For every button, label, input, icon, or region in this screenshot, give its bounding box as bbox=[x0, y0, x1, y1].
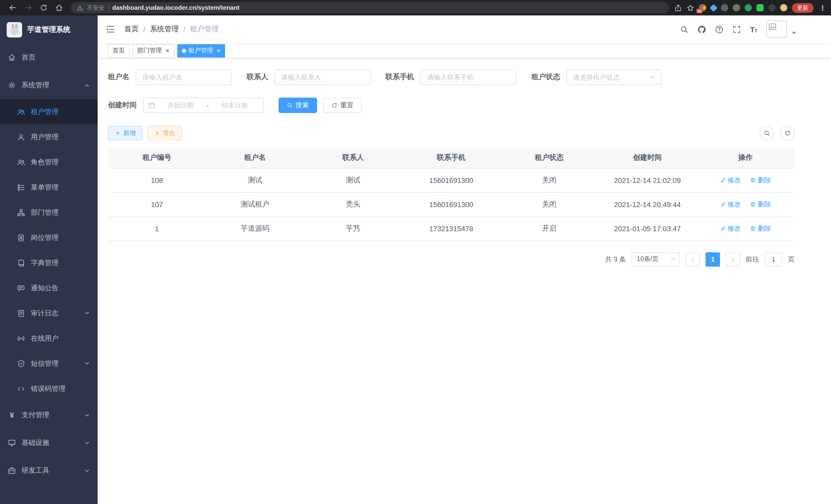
url-text[interactable]: dashboard.yudao.iocoder.cn/system/tenant bbox=[112, 4, 239, 11]
cell-actions: 修改 删除 bbox=[696, 216, 795, 240]
breadcrumb-separator: / bbox=[183, 25, 185, 33]
column-contact: 联系人 bbox=[304, 147, 402, 168]
sidebar-item-home[interactable]: 首页 bbox=[0, 44, 98, 71]
app-logo[interactable]: 芋道管理系统 bbox=[0, 16, 98, 44]
sidebar-item-online-user[interactable]: 在线用户 bbox=[0, 326, 98, 351]
sidebar-collapse-icon[interactable] bbox=[106, 25, 115, 34]
fullscreen-icon[interactable] bbox=[733, 25, 741, 34]
sidebar-item-user[interactable]: 用户管理 bbox=[0, 124, 98, 149]
sidebar-item-post[interactable]: 岗位管理 bbox=[0, 225, 98, 250]
cell-contact: 秃头 bbox=[304, 192, 402, 216]
tab-home[interactable]: 首页 bbox=[108, 44, 130, 57]
browser-menu-icon[interactable]: ⋮ bbox=[819, 4, 826, 11]
date-end-input[interactable] bbox=[211, 102, 258, 109]
extension-icon-olive[interactable] bbox=[733, 4, 740, 11]
chevron-right-icon bbox=[730, 256, 736, 262]
sidebar-item-notice[interactable]: 通知公告 bbox=[0, 275, 98, 301]
contact-input[interactable] bbox=[275, 73, 370, 81]
breadcrumb-home[interactable]: 首页 bbox=[124, 25, 139, 34]
toggle-search-button[interactable] bbox=[760, 126, 774, 140]
sidebar-item-tenant[interactable]: 租户管理 bbox=[0, 99, 98, 124]
header-actions: TT bbox=[680, 21, 796, 38]
sidebar-item-error-code[interactable]: 错误码管理 bbox=[0, 376, 98, 401]
bookmark-star-icon[interactable] bbox=[687, 4, 694, 11]
export-button[interactable]: 导出 bbox=[147, 126, 182, 140]
sidebar-group-audit-log[interactable]: 审计日志 bbox=[0, 301, 98, 326]
extension-icon-tan[interactable] bbox=[780, 4, 787, 11]
edit-button[interactable]: 修改 bbox=[720, 224, 741, 233]
font-size-icon[interactable]: TT bbox=[750, 25, 757, 33]
back-icon[interactable] bbox=[9, 4, 17, 12]
extension-icon-green-circle[interactable] bbox=[745, 4, 752, 11]
tenant-name-field[interactable] bbox=[136, 69, 232, 85]
sidebar-group-payment[interactable]: ¥ 支付管理 bbox=[0, 401, 98, 429]
contact-field[interactable] bbox=[275, 69, 371, 85]
browser-update-button[interactable]: 更新 bbox=[792, 3, 813, 12]
refresh-icon bbox=[332, 102, 338, 109]
phone-field[interactable] bbox=[420, 69, 516, 85]
extension-icon-green-square[interactable] bbox=[756, 4, 764, 11]
extension-icon-diamond[interactable] bbox=[710, 4, 717, 11]
avatar-dropdown-caret-icon[interactable] bbox=[792, 32, 796, 34]
dev-tools-icon bbox=[8, 467, 16, 475]
page-number-button[interactable]: 1 bbox=[706, 252, 720, 266]
extension-icon-gray[interactable] bbox=[721, 4, 728, 11]
chevron-down-icon bbox=[670, 256, 676, 262]
chevron-up-icon bbox=[84, 83, 90, 88]
close-icon[interactable]: × bbox=[166, 47, 169, 54]
sidebar-group-sms[interactable]: 短信管理 bbox=[0, 351, 98, 376]
share-icon[interactable] bbox=[674, 4, 682, 11]
tab-dept[interactable]: 部门管理× bbox=[133, 44, 174, 57]
tab-tenant[interactable]: 租户管理× bbox=[177, 44, 225, 57]
avatar[interactable] bbox=[766, 21, 787, 38]
page-size-select[interactable]: 10条/页 bbox=[632, 252, 680, 266]
sidebar-group-infrastructure[interactable]: 基础设施 bbox=[0, 429, 98, 457]
sidebar-item-dept[interactable]: 部门管理 bbox=[0, 200, 98, 225]
reload-icon[interactable] bbox=[39, 4, 48, 12]
edit-button[interactable]: 修改 bbox=[720, 200, 741, 209]
help-question-icon[interactable] bbox=[715, 25, 724, 34]
error-code-icon bbox=[17, 385, 25, 393]
sidebar-group-dev-tools[interactable]: 研发工具 bbox=[0, 457, 98, 484]
tenant-name-label: 租户名 bbox=[108, 72, 136, 82]
address-bar[interactable]: 不安全 dashboard.yudao.iocoder.cn/system/te… bbox=[71, 2, 669, 13]
sidebar-item-role[interactable]: 角色管理 bbox=[0, 149, 98, 175]
date-range-picker[interactable]: - bbox=[143, 98, 264, 113]
phone-input[interactable] bbox=[421, 73, 516, 81]
download-icon bbox=[154, 130, 160, 136]
status-select[interactable] bbox=[566, 69, 662, 85]
edit-button[interactable]: 修改 bbox=[720, 175, 741, 185]
sidebar-item-label: 在线用户 bbox=[31, 334, 59, 343]
tenant-name-input[interactable] bbox=[136, 73, 231, 81]
github-icon[interactable] bbox=[698, 25, 706, 34]
goto-page-input[interactable] bbox=[765, 252, 782, 266]
column-tenant-id: 租户编号 bbox=[108, 147, 206, 168]
home-icon[interactable] bbox=[55, 4, 63, 12]
status-select-input[interactable] bbox=[567, 73, 650, 81]
delete-button[interactable]: 删除 bbox=[750, 224, 771, 233]
security-label[interactable]: 不安全 bbox=[87, 4, 105, 11]
breadcrumb-system[interactable]: 系统管理 bbox=[150, 25, 179, 34]
date-start-input[interactable] bbox=[157, 102, 204, 109]
close-icon[interactable]: × bbox=[217, 47, 221, 54]
sidebar-group-system[interactable]: 系统管理 bbox=[0, 71, 98, 99]
add-button[interactable]: 新增 bbox=[108, 126, 142, 140]
forward-icon[interactable] bbox=[24, 4, 32, 12]
refresh-table-button[interactable] bbox=[780, 126, 795, 140]
sidebar-item-dict[interactable]: 字典管理 bbox=[0, 250, 98, 275]
delete-button[interactable]: 删除 bbox=[750, 200, 771, 209]
reset-button[interactable]: 重置 bbox=[323, 98, 362, 113]
search-icon[interactable] bbox=[680, 25, 689, 34]
delete-button[interactable]: 删除 bbox=[750, 175, 771, 185]
cell-tenant-id: 108 bbox=[108, 168, 206, 192]
page-size-value: 10条/页 bbox=[637, 255, 659, 264]
next-page-button[interactable] bbox=[726, 252, 740, 266]
sidebar-item-menu[interactable]: 菜单管理 bbox=[0, 175, 98, 200]
search-button[interactable]: 搜索 bbox=[279, 98, 317, 113]
sidebar-item-label: 部门管理 bbox=[31, 208, 59, 217]
prev-page-button[interactable] bbox=[686, 252, 700, 266]
column-status: 租户状态 bbox=[500, 147, 598, 168]
extension-icon-dark[interactable] bbox=[768, 4, 775, 11]
sms-shield-icon bbox=[17, 359, 25, 367]
extension-icon-colorful[interactable]: 10 bbox=[699, 4, 706, 11]
